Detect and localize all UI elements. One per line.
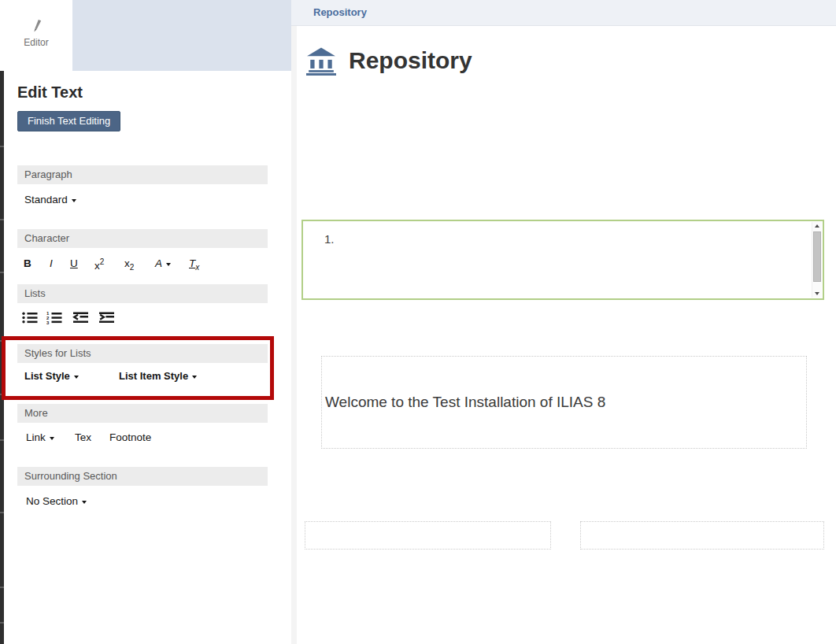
- strip-divider: [0, 219, 4, 220]
- text-color-label: A: [155, 257, 162, 269]
- sup-base: x: [94, 260, 100, 272]
- clear-format-t: T: [189, 257, 195, 269]
- active-list-editing-area[interactable]: 1.: [301, 220, 824, 300]
- paragraph-style-value: Standard: [24, 194, 68, 205]
- clear-format-x: x: [195, 263, 199, 272]
- section-header-surrounding-section: Surrounding Section: [17, 467, 268, 486]
- link-dropdown[interactable]: Link: [26, 431, 54, 443]
- strip-divider: [0, 512, 4, 513]
- panel-title: Edit Text: [17, 83, 83, 102]
- list-style-label: List Style: [24, 370, 70, 382]
- triangle-down-icon: [815, 292, 819, 295]
- indent-icon[interactable]: [98, 311, 115, 326]
- chevron-down-icon: [74, 376, 79, 379]
- pencil-icon: [0, 19, 72, 36]
- triangle-up-icon: [815, 224, 819, 228]
- content-left-gutter: [291, 26, 297, 644]
- editor-scrollbar[interactable]: [812, 222, 822, 298]
- tab-editor-label: Editor: [0, 37, 72, 48]
- section-header-styles-for-lists: Styles for Lists: [17, 344, 268, 363]
- page-title: Repository: [349, 47, 472, 74]
- chevron-down-icon: [166, 263, 171, 266]
- unordered-list-icon[interactable]: [21, 311, 39, 326]
- surrounding-section-dropdown[interactable]: No Section: [26, 495, 87, 507]
- svg-text:3: 3: [46, 320, 50, 324]
- underline-button[interactable]: U: [70, 257, 78, 269]
- list-item-style-label: List Item Style: [119, 370, 188, 382]
- breadcrumb-repository-link[interactable]: Repository: [313, 0, 367, 25]
- list-item-style-dropdown[interactable]: List Item Style: [119, 370, 197, 382]
- strip-divider: [0, 340, 4, 342]
- chevron-down-icon: [82, 501, 87, 504]
- paragraph-style-dropdown[interactable]: Standard: [24, 194, 76, 205]
- outdent-icon[interactable]: [72, 311, 89, 326]
- collapsed-mainbar-strip[interactable]: [0, 71, 4, 644]
- subscript-button[interactable]: x2: [124, 257, 134, 272]
- section-header-paragraph: Paragraph: [17, 165, 268, 184]
- strip-divider: [0, 394, 4, 395]
- link-label: Link: [26, 431, 46, 443]
- finish-text-editing-button[interactable]: Finish Text Editing: [17, 111, 120, 131]
- section-header-lists: Lists: [17, 284, 268, 303]
- scrollbar-thumb[interactable]: [813, 231, 821, 282]
- list-editor-text: 1.: [324, 232, 335, 246]
- strip-divider: [0, 439, 4, 441]
- strip-divider: [0, 622, 4, 624]
- sup-exp: 2: [100, 257, 105, 266]
- chevron-down-icon: [72, 199, 76, 202]
- drop-area-left[interactable]: [305, 521, 551, 550]
- scroll-up-arrow[interactable]: [812, 222, 823, 231]
- text-color-dropdown[interactable]: A: [155, 257, 171, 269]
- repository-icon: [306, 47, 336, 79]
- scroll-down-arrow[interactable]: [812, 289, 823, 298]
- footnote-button[interactable]: Footnote: [109, 431, 151, 443]
- clear-format-button[interactable]: Tx: [189, 257, 199, 272]
- strip-divider: [0, 587, 4, 588]
- sub-base: x: [124, 257, 130, 269]
- ordered-list-icon[interactable]: 1 2 3: [46, 311, 63, 326]
- tex-button[interactable]: Tex: [75, 431, 91, 443]
- strip-divider: [0, 272, 4, 273]
- tab-editor[interactable]: Editor: [0, 0, 72, 71]
- welcome-text: Welcome to the Test Installation of ILIA…: [322, 394, 605, 411]
- drop-area-right[interactable]: [580, 521, 824, 550]
- slate-tab-row: Editor: [0, 0, 291, 71]
- italic-button[interactable]: I: [50, 257, 53, 269]
- list-style-dropdown[interactable]: List Style: [24, 370, 79, 382]
- section-header-more: More: [17, 404, 268, 423]
- breadcrumb-bar: Repository: [291, 0, 836, 26]
- section-header-character: Character: [17, 229, 268, 248]
- superscript-button[interactable]: x2: [94, 257, 104, 272]
- surrounding-section-value: No Section: [26, 495, 78, 507]
- chevron-down-icon: [50, 437, 54, 440]
- sub-idx: 2: [130, 263, 135, 272]
- bold-button[interactable]: B: [24, 257, 31, 269]
- welcome-paragraph-area[interactable]: Welcome to the Test Installation of ILIA…: [321, 356, 807, 449]
- strip-divider: [0, 146, 4, 147]
- chevron-down-icon: [192, 376, 197, 379]
